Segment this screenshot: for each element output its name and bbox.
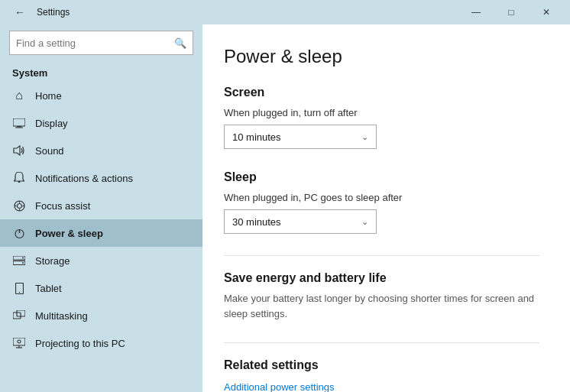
power-icon [12, 226, 26, 240]
notifications-icon [12, 171, 26, 185]
minimize-button[interactable]: — [458, 0, 494, 24]
divider-2 [224, 342, 539, 343]
tablet-icon [12, 281, 26, 295]
svg-point-6 [17, 203, 21, 208]
svg-point-18 [18, 291, 20, 293]
sidebar-item-storage[interactable]: Storage [0, 247, 202, 274]
title-bar: ← Settings — □ ✕ [0, 0, 570, 24]
title-bar-left: ← Settings [9, 2, 70, 23]
sidebar-item-focus-label: Focus assist [35, 200, 90, 212]
energy-title: Save energy and battery life [224, 271, 539, 285]
sidebar-item-display-label: Display [35, 118, 68, 129]
sidebar-item-notifications-label: Notifications & actions [35, 173, 133, 184]
sidebar-item-projecting-label: Projecting to this PC [35, 338, 125, 349]
screen-section: Screen When plugged in, turn off after 1… [224, 86, 539, 149]
sound-icon [12, 144, 26, 157]
energy-description: Make your battery last longer by choosin… [224, 291, 539, 321]
sidebar-item-tablet-label: Tablet [35, 283, 62, 294]
svg-rect-1 [17, 126, 21, 128]
sidebar-item-notifications[interactable]: Notifications & actions [0, 164, 202, 192]
sidebar: 🔍 System ⌂ Home Display Sound N [0, 24, 202, 392]
projecting-icon [12, 336, 26, 350]
related-title: Related settings [224, 358, 539, 372]
svg-point-16 [22, 262, 24, 264]
sidebar-item-multitasking-label: Multitasking [35, 310, 88, 322]
svg-rect-4 [18, 181, 21, 183]
svg-point-15 [22, 258, 24, 259]
title-bar-title: Settings [37, 7, 70, 18]
search-box[interactable]: 🔍 [9, 31, 193, 55]
content-panel: Power & sleep Screen When plugged in, tu… [202, 24, 570, 392]
sidebar-item-home[interactable]: ⌂ Home [0, 82, 202, 109]
app-body: 🔍 System ⌂ Home Display Sound N [0, 24, 570, 392]
multitasking-icon [12, 309, 26, 322]
divider [224, 255, 539, 256]
sidebar-item-home-label: Home [35, 90, 62, 102]
screen-dropdown-value: 10 minutes [232, 131, 281, 143]
sidebar-item-multitasking[interactable]: Multitasking [0, 302, 202, 329]
screen-dropdown-wrapper: 10 minutes ⌄ [224, 125, 539, 149]
sidebar-item-sound-label: Sound [35, 145, 64, 157]
screen-section-title: Screen [224, 86, 539, 99]
sidebar-item-power[interactable]: Power & sleep [0, 219, 202, 247]
sidebar-item-power-label: Power & sleep [35, 228, 103, 239]
svg-rect-0 [13, 118, 25, 126]
sleep-dropdown-arrow: ⌄ [361, 217, 368, 227]
sidebar-item-sound[interactable]: Sound [0, 137, 202, 164]
display-icon [12, 116, 26, 130]
sleep-dropdown-wrapper: 30 minutes ⌄ [224, 209, 539, 234]
sidebar-item-tablet[interactable]: Tablet [0, 274, 202, 302]
system-section-label: System [0, 63, 202, 82]
sleep-dropdown-value: 30 minutes [232, 216, 281, 228]
title-bar-controls: — □ ✕ [458, 0, 564, 24]
energy-section: Save energy and battery life Make your b… [224, 271, 539, 321]
svg-marker-3 [14, 146, 20, 155]
svg-point-24 [18, 340, 21, 343]
back-button[interactable]: ← [9, 2, 31, 23]
close-button[interactable]: ✕ [529, 0, 564, 24]
related-section: Related settings Additional power settin… [224, 358, 539, 392]
additional-power-settings-link[interactable]: Additional power settings [224, 381, 335, 392]
screen-dropdown[interactable]: 10 minutes ⌄ [224, 125, 377, 149]
sidebar-item-focus[interactable]: Focus assist [0, 192, 202, 219]
screen-section-label: When plugged in, turn off after [224, 107, 539, 118]
search-input[interactable] [16, 37, 174, 49]
search-button[interactable]: 🔍 [174, 37, 186, 49]
storage-icon [12, 254, 26, 267]
focus-icon [12, 199, 26, 212]
maximize-button[interactable]: □ [494, 0, 529, 24]
sleep-section: Sleep When plugged in, PC goes to sleep … [224, 170, 539, 234]
sleep-dropdown[interactable]: 30 minutes ⌄ [224, 209, 377, 234]
sidebar-item-storage-label: Storage [35, 255, 70, 267]
sidebar-item-display[interactable]: Display [0, 109, 202, 137]
page-title: Power & sleep [224, 46, 539, 67]
svg-rect-2 [15, 127, 23, 128]
svg-rect-21 [13, 338, 25, 345]
sleep-section-title: Sleep [224, 170, 539, 184]
sleep-section-label: When plugged in, PC goes to sleep after [224, 192, 539, 203]
screen-dropdown-arrow: ⌄ [361, 132, 368, 142]
sidebar-item-projecting[interactable]: Projecting to this PC [0, 329, 202, 357]
home-icon: ⌂ [12, 89, 26, 102]
